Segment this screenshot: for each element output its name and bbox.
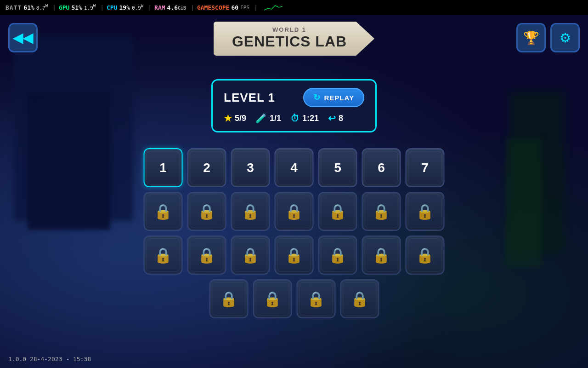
- batt-power: 8.7W: [36, 4, 48, 11]
- level-tile-15: 🔒: [144, 236, 183, 275]
- lock-icon: 🔒: [241, 247, 260, 264]
- level-tile-11: 🔒: [275, 192, 314, 231]
- lock-icon: 🔒: [328, 203, 347, 220]
- level-tile-23: 🔒: [253, 279, 292, 318]
- lock-icon: 🔒: [416, 247, 434, 264]
- cpu-power: 0.9W: [132, 4, 143, 11]
- level-tile-8: 🔒: [144, 192, 183, 231]
- level-tile-7[interactable]: 7: [406, 148, 445, 187]
- trophy-button[interactable]: 🏆: [516, 23, 546, 52]
- level-tile-14: 🔒: [406, 192, 445, 231]
- game-area: ◀◀ WORLD 1 GENETICS LAB 🏆 ⚙ LEVEL 1 ↻ RE…: [0, 15, 588, 368]
- level-tile-6[interactable]: 6: [362, 148, 401, 187]
- clock-icon: ⏱: [290, 113, 300, 124]
- level-tile-16: 🔒: [187, 236, 226, 275]
- lock-icon: 🔒: [154, 247, 172, 264]
- trophy-icon: 🏆: [523, 30, 539, 46]
- level-set-title: GENETICS LAB: [232, 33, 347, 50]
- top-right-buttons: 🏆 ⚙: [516, 23, 580, 52]
- lock-icon: 🔒: [328, 247, 347, 264]
- lock-icon: 🔒: [198, 247, 216, 264]
- replay-icon: ↻: [313, 92, 321, 103]
- bottle-icon: 🧪: [255, 113, 267, 124]
- version-text: 1.0.0 28-4-2023 - 15:38: [8, 356, 91, 362]
- level-title: LEVEL 1: [224, 91, 275, 105]
- bottles-value: 1/1: [270, 114, 281, 123]
- level-tile-22: 🔒: [209, 279, 248, 318]
- level-tile-24: 🔒: [296, 279, 335, 318]
- back-arrow-icon: ◀◀: [13, 30, 33, 46]
- lock-icon: 🔒: [241, 203, 260, 220]
- fps-value: 60: [231, 4, 238, 11]
- replay-label: REPLAY: [324, 94, 354, 102]
- gpu-label: GPU: [59, 4, 69, 11]
- bottles-stat: 🧪 1/1: [255, 113, 281, 124]
- lock-icon: 🔒: [285, 203, 303, 220]
- level-stats: ★ 5/9 🧪 1/1 ⏱ 1:21 ↩ 8: [224, 113, 364, 124]
- level-tile-20: 🔒: [362, 236, 401, 275]
- level-tile-21: 🔒: [406, 236, 445, 275]
- undos-value: 8: [339, 114, 343, 123]
- lock-icon: 🔒: [372, 203, 390, 220]
- lock-icon: 🔒: [351, 290, 369, 308]
- banner-shape: WORLD 1 GENETICS LAB: [214, 22, 374, 56]
- lock-icon: 🔒: [154, 203, 172, 220]
- fps-unit: FPS: [240, 5, 249, 11]
- gpu-percent: 51%: [71, 4, 82, 11]
- lock-icon: 🔒: [220, 290, 238, 308]
- level-grid: 1 2 3 4 5 6 7 🔒 🔒 🔒 🔒 🔒 🔒 🔒 🔒 🔒 🔒 🔒 🔒 🔒: [144, 148, 445, 318]
- level-tile-2[interactable]: 2: [187, 148, 226, 187]
- gear-icon: ⚙: [560, 30, 571, 46]
- grid-row-3: 🔒 🔒 🔒 🔒 🔒 🔒 🔒: [144, 236, 445, 275]
- grid-row-1: 1 2 3 4 5 6 7: [144, 148, 445, 187]
- stars-stat: ★ 5/9: [224, 113, 246, 124]
- settings-button[interactable]: ⚙: [550, 23, 580, 52]
- level-tile-10: 🔒: [231, 192, 270, 231]
- cpu-percent: 19%: [119, 4, 130, 11]
- cpu-label: CPU: [107, 4, 117, 11]
- grid-row-4: 🔒 🔒 🔒 🔒: [144, 279, 445, 318]
- lock-icon: 🔒: [198, 203, 216, 220]
- level-tile-25: 🔒: [340, 279, 379, 318]
- back-button[interactable]: ◀◀: [8, 23, 38, 52]
- title-banner: WORLD 1 GENETICS LAB: [214, 22, 374, 56]
- level-tile-18: 🔒: [275, 236, 314, 275]
- grid-row-2: 🔒 🔒 🔒 🔒 🔒 🔒 🔒: [144, 192, 445, 231]
- stars-value: 5/9: [235, 114, 246, 123]
- level-card-header: LEVEL 1 ↻ REPLAY: [224, 88, 364, 107]
- level-tile-5[interactable]: 5: [318, 148, 357, 187]
- lock-icon: 🔒: [285, 247, 303, 264]
- gamescope-label: GAMESCOPE: [197, 4, 229, 11]
- level-tile-19: 🔒: [318, 236, 357, 275]
- level-tile-9: 🔒: [187, 192, 226, 231]
- ram-value: 4.6GiB: [167, 4, 187, 11]
- level-tile-1[interactable]: 1: [144, 148, 183, 187]
- star-icon: ★: [224, 113, 232, 124]
- lock-icon: 🔒: [263, 290, 282, 308]
- level-tile-4[interactable]: 4: [275, 148, 314, 187]
- level-tile-13: 🔒: [362, 192, 401, 231]
- gpu-power: 1.9W: [84, 4, 96, 11]
- level-tile-12: 🔒: [318, 192, 357, 231]
- time-stat: ⏱ 1:21: [290, 113, 319, 124]
- replay-button[interactable]: ↻ REPLAY: [303, 88, 364, 107]
- level-tile-17: 🔒: [231, 236, 270, 275]
- lock-icon: 🔒: [372, 247, 390, 264]
- batt-percent: 61%: [23, 4, 34, 11]
- graph-area: [264, 4, 283, 11]
- undos-stat: ↩ 8: [328, 113, 343, 124]
- level-tile-3[interactable]: 3: [231, 148, 270, 187]
- world-label: WORLD 1: [232, 26, 347, 33]
- time-value: 1:21: [302, 114, 319, 123]
- batt-label: BATT: [6, 4, 22, 11]
- lock-icon: 🔒: [307, 290, 325, 308]
- level-info-card: LEVEL 1 ↻ REPLAY ★ 5/9 🧪 1/1 ⏱ 1:21 ↩ 8: [211, 79, 377, 132]
- status-bar: BATT 61% 8.7W | GPU 51% 1.9W | CPU 19% 0…: [0, 0, 588, 15]
- performance-graph: [264, 4, 283, 11]
- ram-label: RAM: [154, 4, 165, 11]
- undo-icon: ↩: [328, 113, 336, 124]
- lock-icon: 🔒: [416, 203, 434, 220]
